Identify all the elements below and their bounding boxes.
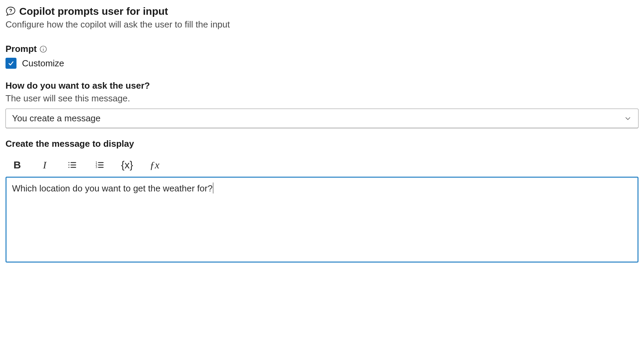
prompt-label: Prompt bbox=[5, 44, 37, 54]
customize-checkbox-label: Customize bbox=[22, 58, 64, 69]
svg-point-3 bbox=[43, 47, 43, 48]
bullet-list-button[interactable] bbox=[65, 158, 79, 172]
ask-user-desc: The user will see this message. bbox=[5, 93, 639, 104]
page-title: Copilot prompts user for input bbox=[19, 5, 168, 17]
chat-question-icon bbox=[5, 6, 16, 16]
message-editor[interactable]: Which location do you want to get the we… bbox=[5, 177, 639, 263]
svg-text:3: 3 bbox=[95, 166, 97, 169]
insert-variable-button[interactable]: {x} bbox=[120, 158, 134, 172]
svg-point-4 bbox=[68, 162, 69, 163]
bold-button[interactable]: B bbox=[10, 158, 24, 172]
page-subtitle: Configure how the copilot will ask the u… bbox=[5, 19, 639, 30]
chevron-down-icon bbox=[624, 114, 632, 123]
editor-toolbar: B I 1 2 3 {x} ƒx bbox=[5, 156, 639, 174]
insert-formula-button[interactable]: ƒx bbox=[148, 158, 161, 172]
svg-point-0 bbox=[10, 12, 11, 13]
header-row: Copilot prompts user for input bbox=[5, 5, 639, 17]
ask-user-label: How do you want to ask the user? bbox=[5, 80, 639, 91]
editor-label: Create the message to display bbox=[5, 139, 639, 149]
svg-point-8 bbox=[68, 167, 69, 168]
numbered-list-button[interactable]: 1 2 3 bbox=[93, 158, 106, 172]
info-icon[interactable] bbox=[39, 45, 47, 53]
customize-checkbox-row: Customize bbox=[5, 58, 639, 69]
prompt-label-row: Prompt bbox=[5, 44, 639, 54]
message-type-dropdown[interactable]: You create a message bbox=[5, 109, 639, 128]
dropdown-value: You create a message bbox=[12, 113, 101, 124]
svg-point-6 bbox=[68, 165, 69, 166]
editor-content: Which location do you want to get the we… bbox=[12, 183, 213, 193]
text-cursor bbox=[213, 182, 213, 193]
customize-checkbox[interactable] bbox=[5, 58, 16, 69]
italic-button[interactable]: I bbox=[38, 158, 52, 172]
